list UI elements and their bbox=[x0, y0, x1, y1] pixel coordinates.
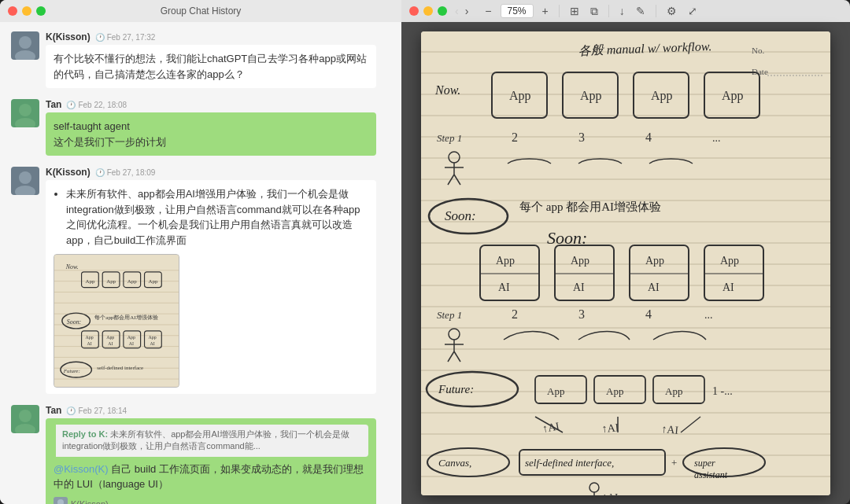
separator bbox=[559, 5, 560, 17]
svg-text:App: App bbox=[86, 278, 95, 284]
message-time: 🕐 Feb 22, 18:08 bbox=[66, 101, 127, 109]
svg-text:4: 4 bbox=[645, 131, 652, 144]
svg-text:App: App bbox=[496, 255, 515, 267]
svg-text:Soon:: Soon: bbox=[67, 318, 81, 326]
image-content: 各般 manual w/ workflow. No. Date Now. App… bbox=[401, 22, 850, 504]
svg-text:Canvas,: Canvas, bbox=[438, 457, 471, 469]
message-content: Tan 🕐 Feb 27, 18:14 Reply to K: 未来所有软件、a… bbox=[46, 405, 390, 504]
svg-text:Soon:: Soon: bbox=[547, 228, 587, 248]
maximize-button[interactable] bbox=[36, 6, 46, 16]
message-sender: K(Kisson) bbox=[46, 31, 91, 42]
nav-back-button[interactable]: ‹ bbox=[453, 5, 460, 17]
chat-panel: Group Chat History K(Kisson) 🕐 Feb 27, 1… bbox=[0, 0, 401, 504]
image-titlebar: ‹ › − 75% + ⊞ ⧉ ↓ ✎ ⚙ ⤢ bbox=[401, 0, 850, 22]
svg-text:Future:: Future: bbox=[438, 383, 474, 395]
svg-text:↑AI: ↑AI bbox=[661, 423, 679, 436]
window-controls bbox=[409, 6, 447, 16]
svg-text:Step 1: Step 1 bbox=[437, 132, 462, 144]
zoom-out-icon[interactable]: − bbox=[482, 3, 493, 19]
svg-text:3: 3 bbox=[578, 131, 585, 144]
svg-text:App: App bbox=[606, 385, 623, 397]
avatar bbox=[11, 31, 39, 60]
svg-text:super: super bbox=[694, 458, 715, 469]
svg-text:App: App bbox=[106, 335, 114, 340]
grid-icon[interactable]: ⊞ bbox=[567, 3, 582, 19]
message-meta: K(Kisson) 🕐 Feb 27, 18:09 bbox=[46, 167, 390, 178]
settings-icon[interactable]: ⚙ bbox=[664, 3, 679, 19]
svg-text:4: 4 bbox=[645, 307, 652, 321]
pen-icon[interactable]: ✎ bbox=[634, 3, 648, 19]
message-sender: Tan bbox=[46, 99, 61, 110]
nav-forward-button[interactable]: › bbox=[464, 5, 471, 17]
svg-text:App: App bbox=[509, 89, 531, 103]
copy-icon[interactable]: ⧉ bbox=[588, 3, 601, 20]
avatar bbox=[11, 99, 39, 127]
svg-text:2: 2 bbox=[512, 131, 518, 144]
svg-point-46 bbox=[15, 424, 35, 433]
svg-text:AI: AI bbox=[108, 341, 113, 346]
message-bubble: Reply to K: 未来所有软件、app都会用AI增强用户体验，我们一个机会… bbox=[46, 418, 376, 504]
svg-text:AI: AI bbox=[573, 281, 585, 293]
close-button[interactable] bbox=[409, 6, 419, 16]
bullet-list: 未来所有软件、app都会用AI增强用户体验，我们一个机会是做integratio… bbox=[54, 186, 368, 248]
svg-text:每个 app 都会用AI增强体验: 每个 app 都会用AI增强体验 bbox=[519, 200, 661, 213]
window-controls bbox=[8, 6, 46, 16]
clock-icon: 🕐 bbox=[95, 33, 105, 42]
chat-titlebar: Group Chat History bbox=[0, 0, 401, 22]
svg-text:self-defined interface: self-defined interface bbox=[97, 365, 143, 370]
message-meta: Tan 🕐 Feb 22, 18:08 bbox=[46, 99, 390, 110]
svg-text:↑AI: ↑AI bbox=[602, 491, 618, 495]
svg-text:AI: AI bbox=[87, 341, 91, 346]
svg-point-5 bbox=[15, 186, 35, 195]
message-time: 🕐 Feb 27, 18:14 bbox=[66, 407, 127, 415]
message-meta: Tan 🕐 Feb 27, 18:14 bbox=[46, 405, 390, 416]
svg-text:App: App bbox=[722, 89, 744, 103]
svg-text:AI: AI bbox=[498, 281, 510, 293]
svg-text:...: ... bbox=[712, 132, 721, 144]
nav-arrows: ‹ › bbox=[453, 5, 470, 17]
svg-text:Now.: Now. bbox=[65, 263, 79, 270]
minimize-button[interactable] bbox=[22, 6, 31, 16]
minimize-button[interactable] bbox=[423, 6, 433, 16]
svg-text:App: App bbox=[106, 278, 116, 284]
message-content: Tan 🕐 Feb 22, 18:08 self-taught agent 这个… bbox=[46, 99, 390, 156]
svg-point-0 bbox=[19, 36, 31, 49]
svg-rect-51 bbox=[421, 31, 830, 495]
svg-text:AI: AI bbox=[129, 341, 134, 346]
notebook-image: 各般 manual w/ workflow. No. Date Now. App… bbox=[421, 31, 830, 495]
svg-text:assistant: assistant bbox=[694, 469, 728, 480]
message-sender: K(Kisson) bbox=[46, 167, 91, 178]
separator bbox=[656, 5, 656, 17]
svg-text:App: App bbox=[128, 335, 135, 340]
svg-text:App: App bbox=[665, 385, 682, 397]
svg-text:App: App bbox=[86, 335, 94, 340]
zoom-in-icon[interactable]: + bbox=[540, 3, 551, 19]
message-bubble: 有个比较不懂行的想法，我们能让chatGPT自己去学习各种app或网站的代码，自… bbox=[46, 45, 376, 88]
svg-text:AI: AI bbox=[150, 341, 154, 346]
expand-icon[interactable]: ⤢ bbox=[686, 3, 700, 19]
download-icon[interactable]: ↓ bbox=[617, 3, 627, 19]
svg-text:App: App bbox=[148, 335, 156, 340]
close-button[interactable] bbox=[8, 6, 17, 16]
avatar bbox=[11, 167, 39, 195]
image-toolbar: − 75% + ⊞ ⧉ ↓ ✎ ⚙ ⤢ bbox=[482, 3, 699, 20]
svg-point-47 bbox=[57, 499, 64, 504]
svg-text:↑AI: ↑AI bbox=[601, 421, 619, 435]
notebook-thumbnail[interactable]: Now. App App App App Soon bbox=[54, 254, 179, 388]
message-content: K(Kisson) 🕐 Feb 27, 18:09 未来所有软件、app都会用A… bbox=[46, 167, 390, 394]
image-panel: ‹ › − 75% + ⊞ ⧉ ↓ ✎ ⚙ ⤢ bbox=[401, 0, 850, 504]
svg-text:每个app都会用AI增强体验: 每个app都会用AI增强体验 bbox=[94, 315, 157, 320]
svg-text:1 -...: 1 -... bbox=[712, 385, 733, 397]
maximize-button[interactable] bbox=[438, 6, 447, 16]
svg-text:self-defined interface,: self-defined interface, bbox=[525, 457, 614, 469]
clock-icon: 🕐 bbox=[66, 101, 76, 109]
svg-text:No.: No. bbox=[752, 46, 764, 55]
reply-bubble: Reply to K: 未来所有软件、app都会用AI增强用户体验，我们一个机会… bbox=[54, 425, 368, 457]
avatar bbox=[11, 405, 39, 433]
svg-text:App: App bbox=[720, 255, 739, 267]
message-time: 🕐 Feb 27, 18:09 bbox=[95, 168, 156, 177]
zoom-level[interactable]: 75% bbox=[501, 4, 534, 18]
svg-text:...: ... bbox=[704, 309, 713, 321]
svg-text:App: App bbox=[547, 385, 564, 397]
svg-text:App: App bbox=[651, 89, 673, 103]
